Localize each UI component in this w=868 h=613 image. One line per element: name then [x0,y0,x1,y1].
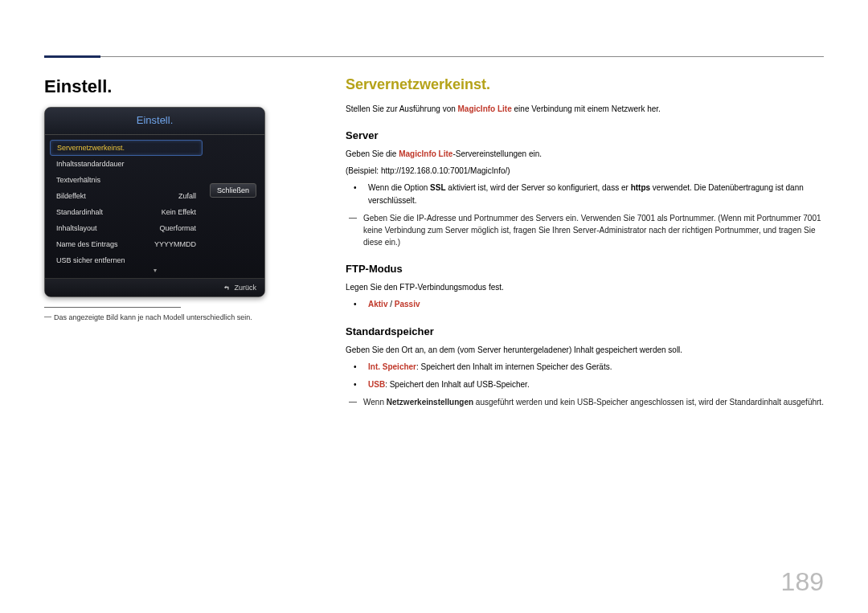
storage-dash-note: Wenn Netzwerkeinstellungen ausgeführt we… [354,396,824,408]
intro-highlight: MagicInfo Lite [458,104,512,113]
ftp-bullets: Aktiv / Passiv [360,298,824,311]
ftp-p1: Legen Sie den FTP-Verbindungsmodus fest. [346,281,824,293]
storage-bullet-usb: USB: Speichert den Inhalt auf USB-Speich… [360,378,824,391]
menu-item-value: Zufall [178,192,196,200]
storage-p1: Geben Sie den Ort an, an dem (vom Server… [346,344,824,356]
close-button[interactable]: Schließen [210,183,256,198]
device-menu-title: Einstell. [45,108,264,135]
return-icon [223,284,231,292]
left-heading: Einstell. [44,76,313,97]
menu-item-servernetzwerkeinst[interactable]: Servernetzwerkeinst. [50,140,203,156]
ftp-aktiv: Aktiv [368,300,387,309]
ftp-passiv: Passiv [395,300,420,309]
left-footnote: Das angezeigte Bild kann je nach Modell … [44,313,313,323]
menu-item-label: Inhaltsstandarddauer [56,160,125,168]
storage-bullet-int: Int. Speicher: Speichert den Inhalt im i… [360,361,824,374]
close-button-label: Schließen [217,186,249,194]
menu-item-name-des-eintrags[interactable]: Name des Eintrags YYYYMMDD [50,236,203,252]
menu-item-textverhaeltnis[interactable]: Textverhältnis [50,172,203,188]
subheading-ftp: FTP-Modus [346,263,824,275]
subheading-standardspeicher: Standardspeicher [346,325,824,337]
menu-item-usb-sicher-entfernen[interactable]: USB sicher entfernen [50,252,203,268]
storage-dash-post: ausgeführt werden und kein USB-Speicher … [473,398,824,407]
device-footer: Zurück [45,278,264,296]
device-menu-list: Servernetzwerkeinst. Inhaltsstandarddaue… [50,140,203,268]
page-content: Einstell. Einstell. Servernetzwerkeinst.… [44,76,824,581]
menu-item-standardinhalt[interactable]: Standardinhalt Kein Effekt [50,204,203,220]
storage-dash-pre: Wenn [363,398,387,407]
storage-int-label: Int. Speicher [368,362,416,371]
storage-int-desc: : Speichert den Inhalt im internen Speic… [416,362,612,371]
device-menu-mock: Einstell. Servernetzwerkeinst. Inhaltsst… [44,107,265,297]
server-example: (Beispiel: http://192.168.0.10:7001/Magi… [346,165,824,177]
b1-pre: Wenn die Option [368,183,430,192]
top-accent-bar [44,55,100,58]
menu-item-inhaltsstandarddauer[interactable]: Inhaltsstandarddauer [50,156,203,172]
server-p1-highlight: MagicInfo Lite [399,149,452,158]
menu-item-label: Standardinhalt [56,208,103,216]
menu-item-label: Textverhältnis [56,176,100,184]
storage-usb-label: USB [368,380,385,389]
scroll-down-icon: ▾ [50,268,260,275]
menu-item-value: YYYYMMDD [154,240,196,248]
b1-strong-https: https [631,183,650,192]
menu-item-inhaltslayout[interactable]: Inhaltslayout Querformat [50,220,203,236]
intro-post: eine Verbindung mit einem Netzwerk her. [512,104,661,113]
page-number: 189 [781,567,824,597]
server-dash-note: Geben Sie die IP-Adresse und Portnummer … [354,212,824,248]
storage-dash-strong: Netzwerkeinstellungen [387,398,473,407]
right-column: Servernetzwerkeinst. Stellen Sie zur Aus… [346,76,824,581]
b1-mid: aktiviert ist, wird der Server so konfig… [446,183,631,192]
ftp-bullet-modes: Aktiv / Passiv [360,298,824,311]
device-footer-back-label: Zurück [234,284,256,292]
left-column: Einstell. Einstell. Servernetzwerkeinst.… [44,76,313,581]
subheading-server: Server [346,129,824,141]
section-heading-servernetzwerkeinst: Servernetzwerkeinst. [346,76,824,93]
top-divider [44,56,824,57]
server-p1-pre: Geben Sie die [346,149,399,158]
b1-strong-ssl: SSL [430,183,445,192]
server-bullet-ssl: Wenn die Option SSL aktiviert ist, wird … [360,182,824,207]
intro-text: Stellen Sie zur Ausführung von MagicInfo… [346,103,824,115]
menu-item-label: Bildeffekt [56,192,86,200]
menu-item-value: Kein Effekt [162,208,196,216]
menu-item-label: Inhaltslayout [56,224,97,232]
ftp-sep: / [387,300,394,309]
storage-bullets: Int. Speicher: Speichert den Inhalt im i… [360,361,824,391]
menu-item-label: USB sicher entfernen [56,256,125,264]
left-divider [44,307,181,308]
menu-item-bildeffekt[interactable]: Bildeffekt Zufall [50,188,203,204]
storage-usb-desc: : Speichert den Inhalt auf USB-Speicher. [385,380,530,389]
menu-item-value: Querformat [159,224,196,232]
server-p1: Geben Sie die MagicInfo Lite-Servereinst… [346,148,824,160]
server-p1-post: -Servereinstellungen ein. [452,149,542,158]
server-bullets: Wenn die Option SSL aktiviert ist, wird … [360,182,824,207]
device-menu-body: Servernetzwerkeinst. Inhaltsstandarddaue… [45,135,264,278]
intro-pre: Stellen Sie zur Ausführung von [346,104,458,113]
menu-item-label: Name des Eintrags [56,240,118,248]
menu-item-label: Servernetzwerkeinst. [57,144,125,152]
